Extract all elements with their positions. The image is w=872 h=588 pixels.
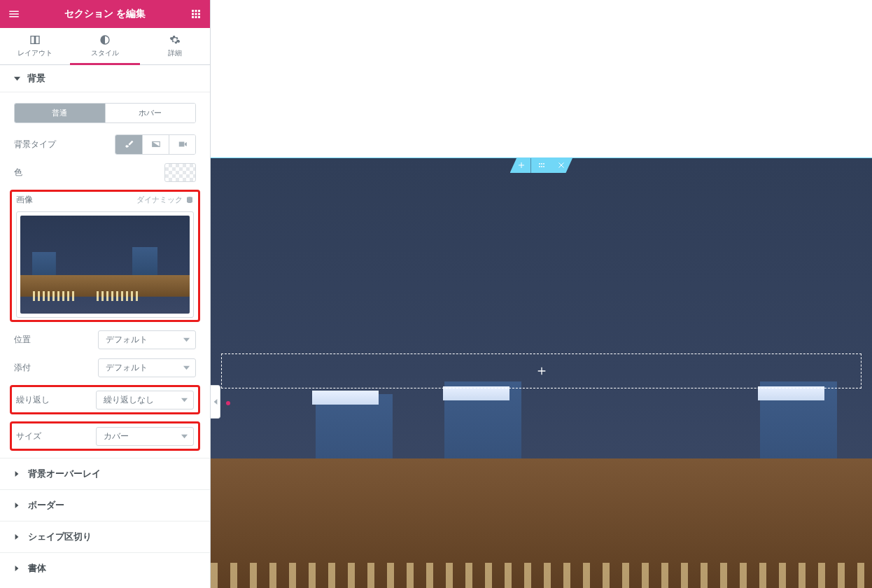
size-label: サイズ <box>16 430 41 442</box>
section-toolbar <box>510 158 573 173</box>
plus-icon <box>517 161 526 169</box>
brush-icon <box>124 139 134 149</box>
gradient-icon <box>151 139 161 149</box>
image-thumbnail <box>20 216 190 314</box>
bg-type-video[interactable] <box>169 135 195 154</box>
add-section-button[interactable] <box>510 158 531 173</box>
svg-point-3 <box>541 163 542 164</box>
size-value: カバー <box>104 430 129 442</box>
menu-icon <box>8 8 20 20</box>
contrast-icon <box>99 34 111 46</box>
attachment-select[interactable]: デフォルト <box>98 358 196 377</box>
section-shape-divider-label: シェイプ区切り <box>28 531 92 543</box>
tab-style-label: スタイル <box>91 48 119 58</box>
caret-down-icon <box>183 337 190 343</box>
section-border-label: ボーダー <box>28 499 64 512</box>
section-background-header[interactable]: 背景 <box>0 65 210 92</box>
preview-area <box>211 0 872 588</box>
history-indicator <box>226 401 230 405</box>
plus-icon <box>536 365 547 377</box>
panel-tabs: レイアウト スタイル 詳細 <box>0 28 210 65</box>
svg-point-2 <box>539 163 540 164</box>
caret-down-icon <box>181 433 188 440</box>
section-shape-divider[interactable]: シェイプ区切り <box>0 521 210 552</box>
position-value: デフォルト <box>106 334 148 346</box>
position-select[interactable]: デフォルト <box>98 330 196 349</box>
gear-icon <box>169 34 181 46</box>
repeat-label: 繰り返し <box>16 394 50 406</box>
dynamic-tag-button[interactable]: ダイナミック <box>136 195 194 205</box>
caret-right-icon <box>14 471 20 477</box>
caret-down-icon <box>181 397 188 403</box>
tab-advanced-label: 詳細 <box>168 48 182 58</box>
bg-type-classic[interactable] <box>115 135 142 154</box>
database-icon <box>185 196 194 204</box>
edit-section-button[interactable] <box>531 158 552 173</box>
panel-title: セクション を編集 <box>64 8 146 20</box>
bg-type-gradient[interactable] <box>142 135 169 154</box>
drag-icon <box>537 161 546 169</box>
image-picker[interactable] <box>16 211 194 318</box>
columns-icon <box>29 34 41 46</box>
svg-point-6 <box>541 166 542 167</box>
panel-collapse-handle[interactable] <box>211 385 220 419</box>
svg-point-4 <box>543 163 544 164</box>
section-bg-overlay-label: 背景オーバーレイ <box>28 468 101 480</box>
dynamic-label: ダイナミック <box>136 195 183 205</box>
menu-button[interactable] <box>0 0 28 28</box>
inner-dropzone[interactable] <box>221 354 862 388</box>
section-typography-label: 書体 <box>28 562 46 575</box>
selected-section[interactable] <box>211 158 872 588</box>
image-group-highlight: 画像 ダイナミック <box>10 190 200 322</box>
caret-right-icon <box>14 503 20 508</box>
attachment-label: 添付 <box>14 362 31 374</box>
color-swatch[interactable] <box>164 163 196 182</box>
position-label: 位置 <box>14 334 31 346</box>
video-icon <box>178 139 188 149</box>
tab-style[interactable]: スタイル <box>70 28 140 64</box>
caret-right-icon <box>14 566 20 571</box>
grid-icon <box>190 8 202 20</box>
state-toggle: 普通 ホバー <box>14 103 196 123</box>
tab-advanced[interactable]: 詳細 <box>140 28 210 64</box>
color-label: 色 <box>14 167 22 178</box>
panel-header: セクション を編集 <box>0 0 210 28</box>
repeat-row-highlight: 繰り返し 繰り返しなし <box>10 385 200 414</box>
close-icon <box>557 161 565 169</box>
size-row-highlight: サイズ カバー <box>10 421 200 451</box>
bg-type-label: 背景タイプ <box>14 139 56 150</box>
state-hover[interactable]: ホバー <box>105 104 196 122</box>
tab-layout-label: レイアウト <box>17 48 52 58</box>
delete-section-button[interactable] <box>552 158 573 173</box>
section-bg-overlay[interactable]: 背景オーバーレイ <box>0 458 210 489</box>
image-label: 画像 <box>16 194 33 206</box>
caret-left-icon <box>213 399 218 405</box>
section-border[interactable]: ボーダー <box>0 489 210 521</box>
apps-button[interactable] <box>182 0 210 28</box>
repeat-select[interactable]: 繰り返しなし <box>96 391 194 410</box>
caret-down-icon <box>14 76 20 82</box>
caret-right-icon <box>14 534 20 540</box>
caret-down-icon <box>183 365 190 371</box>
section-typography[interactable]: 書体 <box>0 552 210 584</box>
size-select[interactable]: カバー <box>96 427 194 446</box>
svg-point-7 <box>543 166 544 167</box>
panel-body: 背景 普通 ホバー 背景タイプ <box>0 65 210 588</box>
section-background-title: 背景 <box>27 72 45 85</box>
repeat-value: 繰り返しなし <box>104 394 154 406</box>
svg-point-5 <box>539 166 540 167</box>
state-normal[interactable]: 普通 <box>15 104 105 122</box>
tab-layout[interactable]: レイアウト <box>0 28 70 64</box>
editor-sidebar: セクション を編集 レイアウト スタイル 詳細 背景 <box>0 0 211 588</box>
bg-type-picker <box>115 134 196 155</box>
attachment-value: デフォルト <box>106 362 148 374</box>
